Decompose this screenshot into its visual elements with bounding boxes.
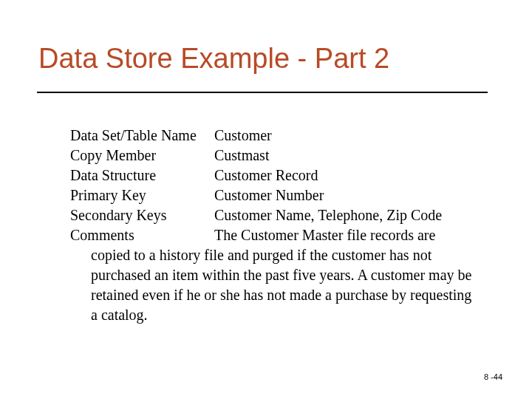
field-value: Customer Number <box>214 185 484 205</box>
field-value: Customer <box>214 126 484 146</box>
comments-continuation: copied to a history file and purged if t… <box>70 245 480 325</box>
title-underline <box>37 92 488 93</box>
page-number: 8 -44 <box>484 372 502 381</box>
field-value: Custmast <box>214 146 484 166</box>
field-row: Copy Member Custmast <box>70 146 484 166</box>
field-label: Primary Key <box>70 185 214 205</box>
field-row: Comments The Customer Master file record… <box>70 225 484 245</box>
slide-body: Data Set/Table Name Customer Copy Member… <box>70 126 484 325</box>
field-row: Primary Key Customer Number <box>70 185 484 205</box>
field-label: Data Structure <box>70 166 214 185</box>
slide-title: Data Store Example - Part 2 <box>38 43 389 75</box>
field-value: Customer Name, Telephone, Zip Code <box>214 205 484 225</box>
field-label: Comments <box>70 225 214 245</box>
field-label: Copy Member <box>70 146 214 166</box>
field-value: Customer Record <box>214 166 484 185</box>
field-row: Data Set/Table Name Customer <box>70 126 484 146</box>
field-label: Secondary Keys <box>70 205 214 225</box>
field-label: Data Set/Table Name <box>70 126 214 146</box>
field-row: Data Structure Customer Record <box>70 166 484 185</box>
field-value: The Customer Master file records are <box>214 225 484 245</box>
field-row: Secondary Keys Customer Name, Telephone,… <box>70 205 484 225</box>
